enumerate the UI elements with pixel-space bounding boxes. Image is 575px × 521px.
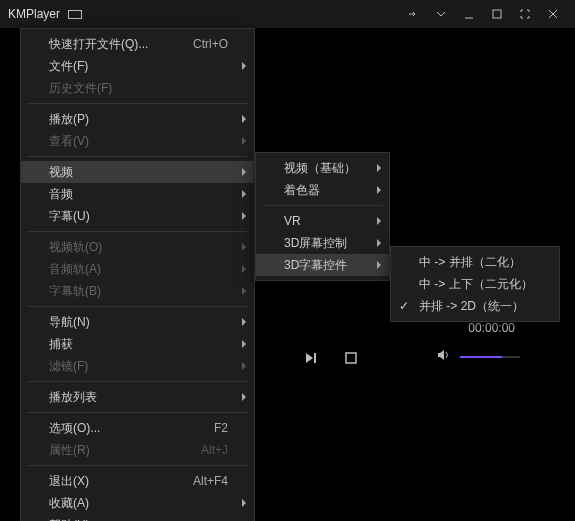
menu-item-label: 3D屏幕控制 [284,235,347,252]
menu-separator [27,381,248,382]
fullscreen-button[interactable] [511,4,539,24]
context-menu-video: 视频（基础）着色器VR3D屏幕控制3D字幕控件 [255,152,390,281]
menu-item-label: 中 -> 并排（二化） [419,254,521,271]
menu-item[interactable]: 快速打开文件(Q)...Ctrl+O [21,33,254,55]
menu-item: 属性(R)Alt+J [21,439,254,461]
menu-separator [27,103,248,104]
menu-item-label: 文件(F) [49,58,88,75]
chevron-right-icon [377,239,381,247]
menu-item-label: 着色器 [284,182,320,199]
svg-rect-1 [314,353,316,363]
menu-item[interactable]: 视频（基础） [256,157,389,179]
menu-item-label: 帮助(H) [49,517,90,522]
menu-item-label: 视频 [49,164,73,181]
menu-item-label: VR [284,214,301,228]
timecode-display: 00:00:00 [468,321,515,335]
menu-item[interactable]: 捕获 [21,333,254,355]
menu-item: 历史文件(F) [21,77,254,99]
menu-item-label: 退出(X) [49,473,89,490]
menu-separator [27,156,248,157]
titlebar: KMPlayer [0,0,575,28]
menu-item-label: 音频 [49,186,73,203]
chevron-right-icon [242,115,246,123]
menu-item-label: 字幕(U) [49,208,90,225]
menu-item-shortcut: Ctrl+O [193,37,228,51]
menu-item-label: 历史文件(F) [49,80,112,97]
menu-item: 滤镜(F) [21,355,254,377]
pin-icon[interactable] [399,4,427,24]
chevron-right-icon [242,62,246,70]
chevron-right-icon [242,340,246,348]
menu-item[interactable]: 3D字幕控件 [256,254,389,276]
menu-item-label: 捕获 [49,336,73,353]
menu-item[interactable]: 中 -> 并排（二化） [391,251,559,273]
menu-item[interactable]: 文件(F) [21,55,254,77]
collapse-icon[interactable] [427,4,455,24]
menu-item[interactable]: 3D屏幕控制 [256,232,389,254]
menu-item[interactable]: 着色器 [256,179,389,201]
menu-item[interactable]: 导航(N) [21,311,254,333]
chevron-right-icon [242,499,246,507]
volume-icon[interactable] [436,347,452,366]
menu-item-label: 查看(V) [49,133,89,150]
chevron-right-icon [242,137,246,145]
menu-item: 查看(V) [21,130,254,152]
menu-item-label: 字幕轨(B) [49,283,101,300]
menu-separator [27,465,248,466]
context-menu-main: 快速打开文件(Q)...Ctrl+O文件(F)历史文件(F)播放(P)查看(V)… [20,28,255,521]
menu-item[interactable]: 播放(P) [21,108,254,130]
menu-item[interactable]: ✓并排 -> 2D（统一） [391,295,559,317]
close-button[interactable] [539,4,567,24]
menu-item[interactable]: 帮助(H) [21,514,254,521]
menu-item-label: 快速打开文件(Q)... [49,36,148,53]
maximize-button[interactable] [483,4,511,24]
menu-separator [262,205,383,206]
menu-item-label: 属性(R) [49,442,90,459]
window-title: KMPlayer [8,7,60,21]
menu-item-label: 并排 -> 2D（统一） [419,298,524,315]
check-icon: ✓ [399,299,409,313]
context-menu-3d-subtitle: 中 -> 并排（二化）中 -> 上下（二元化）✓并排 -> 2D（统一） [390,246,560,322]
chevron-right-icon [242,190,246,198]
menu-item[interactable]: 收藏(A) [21,492,254,514]
chevron-right-icon [242,168,246,176]
title-mode-icon[interactable] [68,10,82,19]
menu-item[interactable]: VR [256,210,389,232]
svg-rect-2 [346,353,356,363]
menu-item-label: 选项(O)... [49,420,100,437]
menu-separator [27,412,248,413]
stop-button[interactable] [340,347,362,369]
chevron-right-icon [242,265,246,273]
menu-item[interactable]: 音频 [21,183,254,205]
menu-item-shortcut: F2 [214,421,228,435]
chevron-right-icon [377,261,381,269]
next-button[interactable] [300,347,322,369]
menu-item[interactable]: 视频 [21,161,254,183]
chevron-right-icon [242,287,246,295]
menu-separator [27,306,248,307]
minimize-button[interactable] [455,4,483,24]
menu-item-label: 导航(N) [49,314,90,331]
menu-item[interactable]: 中 -> 上下（二元化） [391,273,559,295]
menu-item-label: 中 -> 上下（二元化） [419,276,533,293]
menu-item-shortcut: Alt+J [201,443,228,457]
svg-rect-0 [493,10,501,18]
menu-item-label: 3D字幕控件 [284,257,347,274]
chevron-right-icon [242,212,246,220]
volume-slider[interactable] [460,356,520,358]
menu-separator [27,231,248,232]
menu-item-label: 播放列表 [49,389,97,406]
menu-item-label: 视频轨(O) [49,239,102,256]
menu-item[interactable]: 选项(O)...F2 [21,417,254,439]
chevron-right-icon [242,362,246,370]
menu-item[interactable]: 播放列表 [21,386,254,408]
chevron-right-icon [242,243,246,251]
chevron-right-icon [377,186,381,194]
menu-item-shortcut: Alt+F4 [193,474,228,488]
menu-item: 字幕轨(B) [21,280,254,302]
menu-item[interactable]: 字幕(U) [21,205,254,227]
menu-item-label: 收藏(A) [49,495,89,512]
chevron-right-icon [242,318,246,326]
menu-item[interactable]: 退出(X)Alt+F4 [21,470,254,492]
chevron-right-icon [377,217,381,225]
